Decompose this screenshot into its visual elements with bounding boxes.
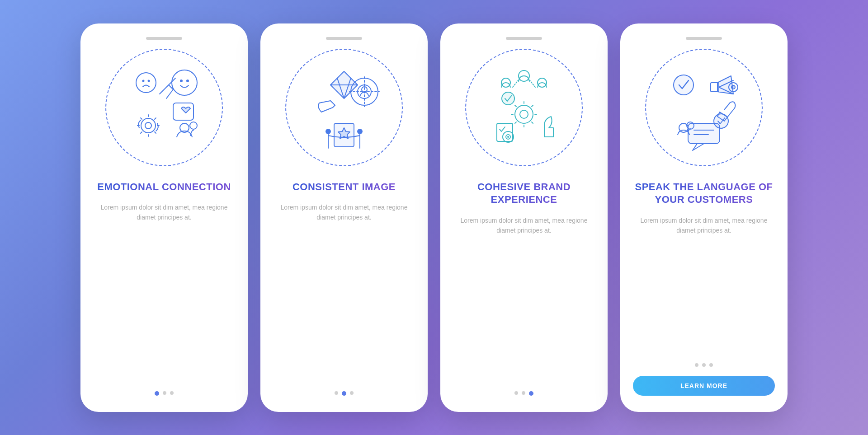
svg-point-32 [326,129,330,134]
svg-line-47 [532,105,533,107]
svg-rect-7 [173,103,193,120]
icon-circle-1 [105,49,223,166]
phone-notch [686,37,722,40]
svg-point-19 [190,122,197,129]
card-3-title: COHESIVE BRAND EXPERIENCE [453,181,595,206]
dot[interactable] [170,391,174,395]
card-1-dots [155,380,174,396]
svg-line-15 [155,132,156,133]
svg-point-9 [145,122,151,129]
svg-rect-60 [688,123,720,144]
dot[interactable] [514,391,518,395]
phone-notch [326,37,362,40]
svg-point-2 [186,80,189,82]
svg-line-16 [155,118,156,119]
card-cohesive-brand: COHESIVE BRAND EXPERIENCE Lorem ipsum do… [440,23,608,412]
card-speak-language: SPEAK THE LANGUAGE OF YOUR CUSTOMERS Lor… [620,23,788,412]
card-4-title: SPEAK THE LANGUAGE OF YOUR CUSTOMERS [633,181,775,206]
svg-point-38 [502,92,514,105]
dot-active[interactable] [155,391,159,396]
dot-active[interactable] [529,391,533,396]
card-1-title: EMOTIONAL CONNECTION [97,181,231,194]
svg-line-46 [532,122,533,123]
dot[interactable] [163,391,166,395]
card-1-body: Lorem ipsum dolor sit dim amet, mea regi… [93,202,235,223]
svg-point-3 [136,73,156,93]
learn-more-button[interactable]: LEARN MORE [633,376,775,396]
svg-line-17 [141,132,142,133]
card-4-dots [695,352,713,367]
svg-line-54 [530,80,535,87]
svg-point-52 [507,136,509,138]
card-3-body: Lorem ipsum dolor sit dim amet, mea regi… [453,215,595,236]
svg-point-57 [731,85,735,89]
svg-line-48 [515,122,516,123]
svg-point-40 [520,110,528,118]
dot[interactable] [695,363,698,367]
dot[interactable] [335,391,338,395]
dot-active[interactable] [342,391,346,396]
dot[interactable] [522,391,525,395]
icon-circle-3 [465,49,583,166]
card-2-title: CONSISTENT IMAGE [292,181,396,194]
dot[interactable] [702,363,706,367]
card-4-body: Lorem ipsum dolor sit dim amet, mea regi… [633,215,775,236]
svg-point-39 [515,105,533,123]
svg-point-0 [172,70,197,95]
svg-line-45 [515,105,516,107]
card-2-body: Lorem ipsum dolor sit dim amet, mea regi… [273,202,415,223]
svg-point-34 [358,129,362,134]
icon-circle-4 [645,49,763,166]
icon-circle-2 [285,49,403,166]
phone-notch [146,37,182,40]
card-3-dots [514,380,533,396]
phone-notch [506,37,542,40]
svg-point-4 [142,80,145,82]
svg-line-14 [141,118,142,119]
svg-line-53 [513,80,518,87]
dot[interactable] [709,363,713,367]
svg-point-58 [674,75,693,95]
svg-point-5 [148,80,150,82]
card-2-dots [335,380,354,396]
svg-point-1 [180,80,183,82]
svg-marker-61 [693,144,704,150]
dot[interactable] [350,391,354,395]
cards-container: EMOTIONAL CONNECTION Lorem ipsum dolor s… [62,5,806,430]
card-consistent-image: CONSISTENT IMAGE Lorem ipsum dolor sit d… [260,23,428,412]
svg-point-8 [141,118,156,133]
card-emotional-connection: EMOTIONAL CONNECTION Lorem ipsum dolor s… [80,23,248,412]
